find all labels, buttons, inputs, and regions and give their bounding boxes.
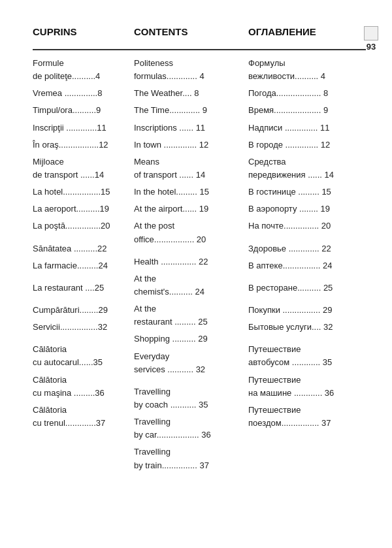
list-item: Время.................... 9 — [248, 104, 369, 117]
col1-header: CUPRINS — [33, 26, 134, 37]
page: 93 CUPRINS CONTENTS ОГЛАВЛЕНИЕ Formule d… — [0, 0, 392, 548]
page-number: 93 — [367, 42, 376, 52]
list-item: Timpul/ora..........9 — [33, 104, 134, 117]
list-item: Travelling by train............... 37 — [134, 445, 248, 472]
list-item: В городе .............. 12 — [248, 138, 369, 152]
list-item: Travelling by car.................. 36 — [134, 415, 248, 442]
list-item: Călătoria cu trenul.............37 — [33, 404, 134, 430]
page-number-area: 93 — [362, 26, 380, 52]
list-item: Health ............... 22 — [134, 255, 248, 268]
list-item: Travelling by coach ........... 35 — [134, 385, 248, 411]
list-item: Покупки ................ 29 — [248, 304, 369, 317]
toc-header-row: CUPRINS CONTENTS ОГЛАВЛЕНИЕ — [33, 26, 372, 37]
list-item: Inscriptions ...... 11 — [134, 121, 248, 135]
list-item: At the post office................. 20 — [134, 219, 248, 246]
list-item: The Weather.... 8 — [134, 87, 248, 100]
toc-col1: Formule de politeţe..........4 Vremea ..… — [33, 57, 134, 434]
list-item: Călătoria cu autocarul......35 — [33, 343, 134, 369]
list-item: Inscripţii .............11 — [33, 121, 134, 135]
list-item: Средства передвижения ...... 14 — [248, 155, 369, 182]
header-separator — [33, 49, 366, 50]
list-item: В аэропорту ........ 19 — [248, 202, 369, 216]
list-item: В аптеке................ 24 — [248, 259, 369, 272]
list-item: Бытовые услуги.... 32 — [248, 321, 369, 334]
list-item: La poştă...............20 — [33, 219, 134, 233]
list-item: Путешествие на машине ............ 36 — [248, 374, 369, 400]
col2-header: CONTENTS — [134, 26, 248, 37]
list-item: В ресторане.......... 25 — [248, 282, 369, 295]
list-item: At the chemist's.......... 24 — [134, 272, 248, 298]
list-item: Călătoria cu maşina .........36 — [33, 374, 134, 400]
list-item: Shopping .......... 29 — [134, 332, 248, 346]
list-item: În oraş.................12 — [33, 138, 134, 152]
toc-col2: Politeness formulas............. 4 The W… — [134, 57, 248, 476]
page-number-square — [364, 26, 378, 40]
list-item: В гостинице ......... 15 — [248, 185, 369, 199]
col3-header: ОГЛАВЛЕНИЕ — [248, 26, 369, 37]
list-item: La aeroport..........19 — [33, 202, 134, 216]
list-item: Погода................... 8 — [248, 87, 369, 100]
list-item: In town .............. 12 — [134, 138, 248, 152]
list-item: Cumpărături........29 — [33, 304, 134, 317]
list-item: Формулы вежливости.......... 4 — [248, 57, 369, 83]
list-item: Formule de politeţe..........4 — [33, 57, 134, 83]
list-item: Sănătatea ..........22 — [33, 242, 134, 255]
list-item: At the restaurant ......... 25 — [134, 302, 248, 329]
list-item: The Time............. 9 — [134, 104, 248, 117]
list-item: Здоровье ............. 22 — [248, 242, 369, 255]
list-item: Servicii................32 — [33, 321, 134, 334]
list-item: Mijloace de transport ......14 — [33, 155, 134, 182]
toc-body: Formule de politeţe..........4 Vremea ..… — [33, 57, 372, 476]
list-item: La hotel................15 — [33, 185, 134, 199]
list-item: In the hotel......... 15 — [134, 185, 248, 199]
list-item: Politeness formulas............. 4 — [134, 57, 248, 83]
list-item: La restaurant ....25 — [33, 282, 134, 295]
list-item: Vremea ..............8 — [33, 87, 134, 100]
list-item: Путешествие автобусом ............ 35 — [248, 343, 369, 369]
list-item: На почте............... 20 — [248, 219, 369, 233]
list-item: Means of transport ...... 14 — [134, 155, 248, 182]
list-item: At the airport...... 19 — [134, 202, 248, 216]
list-item: Надписи .............. 11 — [248, 121, 369, 135]
list-item: Everyday services ........... 32 — [134, 350, 248, 376]
list-item: Путешествие поездом................ 37 — [248, 404, 369, 430]
toc-col3: Формулы вежливости.......... 4 Погода...… — [248, 57, 369, 434]
list-item: La farmacie.........24 — [33, 259, 134, 272]
